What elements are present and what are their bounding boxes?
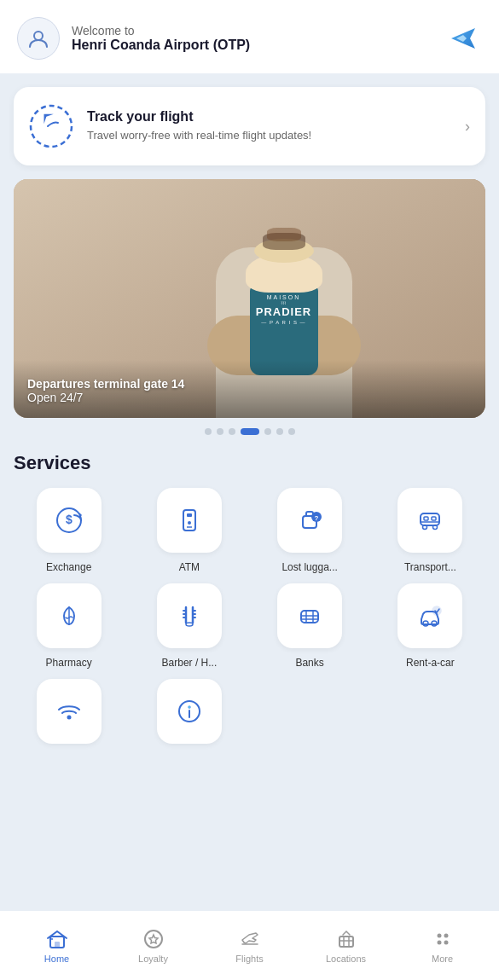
user-icon bbox=[27, 27, 49, 49]
banner-caption-1: Departures terminal gate 14 bbox=[27, 377, 472, 391]
service-atm[interactable]: ATM bbox=[134, 488, 244, 573]
svg-point-6 bbox=[188, 521, 191, 525]
dot-3[interactable] bbox=[229, 428, 235, 435]
nav-home-label: Home bbox=[44, 954, 69, 964]
rent-a-car-icon-box bbox=[397, 583, 462, 648]
dot-5[interactable] bbox=[264, 428, 271, 435]
services-grid-row1: $ Exchange ATM bbox=[14, 488, 485, 573]
svg-point-0 bbox=[34, 32, 43, 40]
carousel-dots bbox=[14, 428, 485, 435]
svg-text:?: ? bbox=[315, 514, 319, 522]
header-text: Welcome to Henri Coanda Airport (OTP) bbox=[72, 24, 250, 53]
svg-point-27 bbox=[67, 716, 71, 720]
pharmacy-icon-box bbox=[37, 583, 102, 648]
banks-icon bbox=[293, 599, 327, 633]
svg-rect-19 bbox=[301, 611, 318, 623]
dot-2[interactable] bbox=[217, 428, 223, 435]
banks-icon-box bbox=[277, 583, 342, 648]
airport-name: Henri Coanda Airport (OTP) bbox=[72, 38, 250, 53]
lost-luggage-icon-box: ? bbox=[277, 488, 342, 553]
service-partial-1[interactable] bbox=[14, 679, 124, 744]
more-icon bbox=[432, 928, 454, 950]
svg-text:$: $ bbox=[66, 513, 73, 526]
track-flight-icon bbox=[29, 104, 73, 148]
lost-luggage-label: Lost lugga... bbox=[281, 561, 337, 573]
svg-rect-12 bbox=[424, 517, 428, 520]
services-grid-row2: Pharmacy Barber / H... bbox=[14, 583, 485, 669]
exchange-icon: $ bbox=[52, 503, 86, 537]
partial-icon-1 bbox=[37, 679, 102, 744]
service-lost-luggage[interactable]: ? Lost lugga... bbox=[255, 488, 365, 573]
service-exchange[interactable]: $ Exchange bbox=[14, 488, 124, 573]
svg-point-16 bbox=[433, 525, 438, 530]
welcome-text: Welcome to bbox=[72, 24, 250, 38]
barber-label: Barber / H... bbox=[162, 657, 218, 669]
service-rent-a-car[interactable]: Rent-a-car bbox=[375, 583, 485, 669]
track-title: Track your flight bbox=[87, 109, 451, 125]
svg-rect-13 bbox=[432, 517, 436, 520]
svg-point-30 bbox=[188, 706, 190, 709]
nav-flights[interactable]: Flights bbox=[201, 921, 298, 971]
atm-label: ATM bbox=[179, 561, 200, 573]
svg-point-42 bbox=[444, 933, 448, 937]
svg-point-35 bbox=[145, 931, 162, 948]
nav-loyalty[interactable]: Loyalty bbox=[105, 921, 201, 971]
transport-icon-box bbox=[397, 488, 462, 553]
banner-caption-2: Open 24/7 bbox=[27, 391, 472, 404]
svg-point-41 bbox=[437, 933, 441, 937]
nav-home[interactable]: Home bbox=[9, 921, 105, 971]
atm-icon bbox=[172, 503, 206, 537]
track-text: Track your flight Travel worry-free with… bbox=[87, 109, 451, 143]
nav-locations[interactable]: Locations bbox=[298, 921, 394, 971]
nav-more[interactable]: More bbox=[394, 921, 490, 971]
service-banks[interactable]: Banks bbox=[255, 583, 365, 669]
track-arrow-icon[interactable]: › bbox=[465, 118, 470, 136]
pharmacy-icon bbox=[52, 599, 86, 633]
service-pharmacy[interactable]: Pharmacy bbox=[14, 583, 124, 669]
banner-background: MAISON ⌇⌇⌇ PRADIER — P A R I S — Departu… bbox=[14, 179, 485, 418]
loyalty-icon bbox=[142, 928, 165, 950]
svg-point-15 bbox=[423, 525, 427, 530]
svg-rect-5 bbox=[187, 513, 192, 517]
rent-a-car-icon bbox=[413, 599, 447, 633]
dot-1[interactable] bbox=[205, 428, 212, 435]
service-barber[interactable]: Barber / H... bbox=[134, 583, 244, 669]
barber-icon-box bbox=[157, 583, 222, 648]
avatar[interactable] bbox=[17, 17, 60, 60]
rent-a-car-label: Rent-a-car bbox=[406, 657, 455, 669]
svg-point-43 bbox=[437, 940, 441, 944]
header-left: Welcome to Henri Coanda Airport (OTP) bbox=[17, 17, 250, 60]
atm-icon-box bbox=[157, 488, 222, 553]
content: Track your flight Travel worry-free with… bbox=[0, 73, 499, 744]
partial-icon-2 bbox=[157, 679, 222, 744]
nav-loyalty-label: Loyalty bbox=[138, 954, 168, 964]
lost-luggage-icon: ? bbox=[293, 503, 327, 537]
svg-point-26 bbox=[432, 606, 441, 615]
service-transport[interactable]: Transport... bbox=[375, 488, 485, 573]
pharmacy-label: Pharmacy bbox=[46, 657, 92, 669]
info-icon bbox=[172, 694, 206, 728]
dot-4-active[interactable] bbox=[241, 428, 259, 435]
service-partial-2[interactable] bbox=[134, 679, 244, 744]
exchange-label: Exchange bbox=[46, 561, 91, 573]
banner: MAISON ⌇⌇⌇ PRADIER — P A R I S — Departu… bbox=[14, 179, 485, 418]
svg-point-18 bbox=[186, 623, 193, 626]
header: Welcome to Henri Coanda Airport (OTP) bbox=[0, 0, 499, 73]
dot-7[interactable] bbox=[288, 428, 295, 435]
banner-overlay: Departures terminal gate 14 Open 24/7 bbox=[14, 360, 485, 418]
nav-more-label: More bbox=[432, 954, 453, 964]
nav-locations-label: Locations bbox=[326, 954, 366, 964]
home-icon bbox=[46, 928, 68, 950]
barber-icon bbox=[172, 599, 206, 633]
flights-icon bbox=[239, 928, 261, 950]
banks-label: Banks bbox=[295, 657, 323, 669]
svg-rect-37 bbox=[339, 937, 353, 947]
wifi-icon bbox=[52, 694, 86, 728]
bottom-navigation: Home Loyalty Flights Locations bbox=[0, 910, 499, 980]
exchange-icon-box: $ bbox=[37, 488, 102, 553]
locations-icon bbox=[335, 928, 357, 950]
services-title: Services bbox=[14, 452, 485, 474]
svg-point-1 bbox=[31, 106, 72, 147]
dot-6[interactable] bbox=[276, 428, 283, 435]
track-flight-card[interactable]: Track your flight Travel worry-free with… bbox=[14, 87, 485, 165]
